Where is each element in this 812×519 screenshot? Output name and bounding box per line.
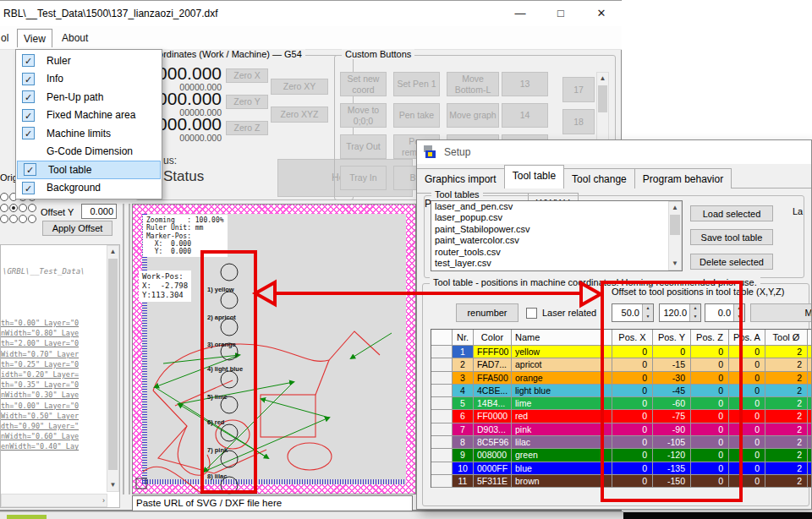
table-cell[interactable] — [808, 385, 812, 396]
table-cell[interactable]: FF0000 — [474, 410, 512, 422]
offset-x-spinner[interactable]: 50.0 ▲▼ — [612, 303, 654, 322]
tab-program-behavior[interactable]: Program behavior — [634, 168, 732, 188]
column-header[interactable]: Name — [512, 330, 612, 345]
tool-table-file[interactable]: laser_and_pen.csv — [431, 201, 682, 212]
origin-radio[interactable] — [0, 215, 8, 223]
table-cell[interactable]: 5F311E — [474, 475, 512, 487]
column-header[interactable]: Pos. A — [729, 330, 765, 345]
tab-tool-change[interactable]: Tool change — [563, 168, 635, 188]
custom-button-14[interactable]: 14 — [502, 103, 548, 128]
origin-radio[interactable] — [28, 215, 36, 223]
table-cell[interactable]: 0 — [612, 423, 653, 435]
scrollbar-thumb[interactable] — [108, 259, 118, 470]
table-cell[interactable]: -135 — [653, 462, 691, 474]
table-cell[interactable]: 008000 — [474, 449, 512, 461]
table-cell[interactable] — [808, 462, 812, 474]
offset-z-spinner[interactable]: 0.0 ▲▼ — [705, 303, 745, 322]
listbox-scrollbar[interactable]: ▲ ▼ — [668, 201, 682, 270]
table-cell[interactable]: 0 — [691, 475, 729, 487]
tool-row-light-blue[interactable]: 44CBE...light blue0-45002 — [431, 385, 812, 397]
custom-button-move-graph[interactable]: Move graph — [447, 103, 499, 128]
table-cell[interactable]: 0 — [653, 346, 691, 358]
tool-row-lilac[interactable]: 88C5F96lilac0-105002 — [431, 436, 812, 449]
table-cell[interactable]: pink — [512, 423, 612, 435]
table-cell[interactable] — [808, 410, 812, 422]
table-cell[interactable]: 0 — [612, 410, 653, 422]
view-menu-item-g-code-dimension[interactable]: ✓G-Code Dimension — [16, 143, 162, 161]
zero-xyz-button[interactable]: Zero XYZ — [271, 107, 328, 123]
table-cell[interactable]: yellow — [512, 346, 612, 358]
table-cell[interactable]: 2 — [765, 410, 808, 422]
table-cell[interactable] — [431, 397, 453, 409]
table-cell[interactable]: 0 — [612, 397, 653, 409]
table-cell[interactable]: 0 — [612, 475, 653, 487]
scrollbar-thumb[interactable] — [598, 85, 607, 112]
origin-radio[interactable] — [19, 215, 27, 223]
table-cell[interactable]: 0 — [691, 397, 729, 409]
scroll-right-icon[interactable]: › — [102, 494, 105, 507]
table-cell[interactable]: 7 — [453, 423, 474, 435]
table-cell[interactable]: -150 — [653, 475, 691, 487]
spinner-arrows-icon[interactable]: ▲▼ — [642, 304, 653, 321]
tool-table-file[interactable]: paint_watercolor.csv — [431, 235, 682, 246]
save-tool-table-button[interactable]: Save tool table — [690, 229, 773, 245]
tool-row-orange[interactable]: 3FFA500orange0-30002 — [431, 372, 812, 385]
table-cell[interactable] — [808, 423, 812, 435]
spinner-arrows-icon[interactable]: ▲▼ — [689, 304, 700, 321]
column-header[interactable]: Tool Ø — [765, 330, 808, 345]
table-cell[interactable]: 0000FF — [474, 462, 512, 474]
table-cell[interactable] — [808, 449, 812, 461]
table-cell[interactable]: 0 — [729, 475, 765, 487]
table-cell[interactable] — [431, 372, 453, 384]
table-cell[interactable] — [431, 346, 453, 358]
splitter[interactable] — [123, 204, 130, 494]
view-menu-item-ruler[interactable]: ✓Ruler — [16, 52, 162, 70]
table-cell[interactable]: FAD7... — [474, 358, 512, 370]
main-titlebar[interactable]: RBL\__Test_Data\1500\137_lianzaozi_2007.… — [0, 1, 622, 26]
view-menu-item-background[interactable]: ✓Background — [16, 179, 162, 198]
view-menu-item-pen-up-path[interactable]: ✓Pen-Up path — [16, 88, 162, 107]
table-cell[interactable] — [431, 385, 453, 396]
zero-y-button[interactable]: Zero Y — [226, 95, 268, 109]
table-cell[interactable]: 0 — [729, 423, 765, 435]
table-cell[interactable]: 0 — [612, 462, 653, 474]
origin-radio[interactable] — [9, 215, 18, 223]
table-cell[interactable]: 10 — [453, 462, 474, 474]
column-header[interactable]: Pos. Y — [653, 330, 691, 345]
scroll-up-icon[interactable]: ▲ — [669, 202, 681, 214]
tool-table-file[interactable]: paint_Stabilopower.csv — [431, 224, 682, 235]
tab-graphics-import[interactable]: Graphics import — [416, 168, 505, 188]
table-cell[interactable]: brown — [512, 475, 612, 487]
table-cell[interactable]: 4CBE... — [474, 385, 512, 396]
zero-xy-button[interactable]: Zero XY — [271, 79, 328, 95]
table-cell[interactable]: -30 — [653, 372, 691, 384]
table-cell[interactable]: 0 — [729, 372, 765, 384]
origin-radio[interactable] — [0, 193, 8, 201]
column-header[interactable]: Color — [474, 330, 512, 345]
table-cell[interactable]: 6 — [453, 410, 474, 422]
move-button[interactable]: Mov — [750, 303, 812, 322]
menu-item-partial[interactable]: ol — [0, 29, 14, 47]
table-cell[interactable]: 3 — [453, 372, 474, 384]
custom-button-set-new-coord[interactable]: Set new coord — [340, 72, 387, 96]
table-cell[interactable]: 0 — [729, 462, 765, 474]
minimize-button[interactable]: — — [506, 4, 535, 23]
table-cell[interactable] — [808, 475, 812, 487]
table-cell[interactable]: 0 — [612, 436, 653, 448]
spinner-arrows-icon[interactable]: ▲▼ — [733, 304, 744, 321]
table-cell[interactable]: FFFF00 — [474, 346, 512, 358]
apply-offset-button[interactable]: Apply Offset — [42, 221, 112, 236]
origin-radio[interactable] — [9, 204, 18, 212]
scroll-up-icon[interactable]: ▲ — [107, 246, 118, 258]
table-cell[interactable]: 0 — [612, 346, 653, 358]
table-cell[interactable]: -45 — [653, 385, 691, 396]
custom-button-set-pen-1[interactable]: Set Pen 1 — [393, 72, 440, 96]
dxf-canvas[interactable]: 1) yellow2) apricot3) orange4) light blu… — [132, 204, 416, 494]
zero-x-button[interactable]: Zero X — [226, 68, 268, 83]
url-input[interactable]: Paste URL of SVG / DXF file here — [132, 495, 413, 511]
table-cell[interactable]: lime — [512, 397, 612, 409]
custom-button-18[interactable]: 18 — [562, 109, 595, 134]
table-cell[interactable]: orange — [512, 372, 612, 384]
column-header[interactable]: Nr. — [453, 330, 474, 345]
table-cell[interactable]: 2 — [765, 372, 808, 384]
